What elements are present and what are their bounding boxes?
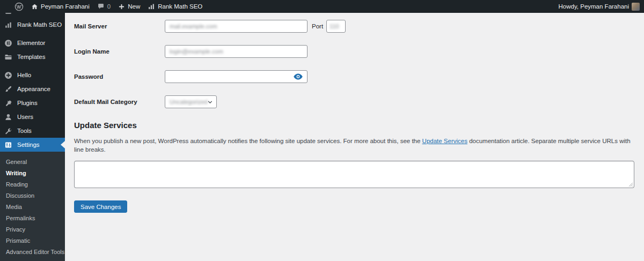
port-label: Port [312,23,323,29]
user-icon [4,113,12,121]
avatar [632,3,640,11]
submenu-item-permalinks[interactable]: Permalinks [0,212,65,223]
home-icon [31,3,38,10]
submenu-item-discussion[interactable]: Discussion [0,190,65,201]
default-mail-category-value-redacted: Uncategorized [170,99,207,105]
admin-sidebar: Tutorials Rank Math SEO Elementor Templa… [0,0,65,261]
submenu-item-media[interactable]: Media [0,201,65,212]
sidebar-item-elementor[interactable]: Elementor [0,36,65,50]
submenu-item-prismatic[interactable]: Prismatic [0,235,65,246]
update-services-heading: Update Services [74,121,634,130]
default-mail-category-select[interactable]: Uncategorized [165,95,217,108]
submenu-item-general[interactable]: General [0,156,65,167]
port-input[interactable]: 110 [326,20,346,33]
submenu-item-privacy[interactable]: Privacy [0,223,65,235]
login-name-row: Login Name login@example.com [74,45,634,58]
sidebar-item-rank-math[interactable]: Rank Math SEO [0,18,65,32]
mail-server-input[interactable]: mail.example.com [165,20,308,33]
new-label: New [128,3,140,10]
default-mail-category-label: Default Mail Category [74,99,165,105]
chart-icon [4,21,12,29]
sidebar-item-appearance[interactable]: Appearance [0,82,65,96]
wordpress-logo-icon [14,2,24,11]
settings-icon [4,141,12,149]
submenu-item-writing[interactable]: Writing [0,167,65,178]
sidebar-item-label: Appearance [17,86,50,92]
sidebar-item-settings[interactable]: Settings [0,138,65,152]
sidebar-item-label: Elementor [17,40,45,46]
site-name: Peyman Farahani [41,3,90,10]
sidebar-item-label: Rank Math SEO [17,21,62,28]
wrench-icon [4,127,12,135]
sidebar-item-label: Templates [17,54,45,60]
sidebar-item-label: Plugins [17,100,38,106]
login-name-label: Login Name [74,48,165,55]
mail-server-row: Mail Server mail.example.com Port 110 [74,20,634,33]
sidebar-item-hello[interactable]: Hello [0,68,65,82]
howdy-label: Howdy, Peyman Farahani [559,3,629,10]
sidebar-item-templates[interactable]: Templates [0,50,65,64]
password-row: Password [74,70,634,83]
sidebar-item-label: Users [17,114,33,120]
sidebar-item-users[interactable]: Users [0,110,65,124]
howdy-account-menu[interactable]: Howdy, Peyman Farahani [555,0,644,13]
login-name-input[interactable]: login@example.com [165,45,308,58]
update-services-link[interactable]: Update Services [422,138,467,144]
chart-icon [148,3,155,10]
comments-menu[interactable]: 0 [93,0,114,13]
wordpress-logo-menu[interactable] [11,0,27,13]
password-label: Password [74,73,165,80]
rank-math-label: Rank Math SEO [158,3,202,10]
save-changes-button[interactable]: Save Changes [74,200,127,213]
rank-math-menu[interactable]: Rank Math SEO [144,0,206,13]
login-name-value-redacted: login@example.com [170,48,223,55]
menu-separator [0,64,65,68]
update-services-description: When you publish a new post, WordPress a… [74,137,634,154]
show-password-button[interactable] [294,73,303,80]
sidebar-item-label: Tools [17,128,32,134]
update-services-textarea-wrap [74,161,634,188]
menu-separator [0,32,65,36]
comments-count: 0 [107,3,111,10]
plus-icon [118,3,125,10]
site-menu[interactable]: Peyman Farahani [27,0,93,13]
description-text-before: When you publish a new post, WordPress a… [74,138,422,144]
submenu-item-advanced-editor-tools[interactable]: Advanced Editor Tools [0,246,65,257]
settings-writing-page: Mail Server mail.example.com Port 110 Lo… [65,13,644,261]
comment-bubble-icon [97,3,105,10]
plug-icon [4,99,12,107]
plus-circle-icon [4,71,12,79]
brush-icon [4,85,12,93]
elementor-icon [4,39,12,47]
submenu-item-reading[interactable]: Reading [0,178,65,190]
mail-server-value-redacted: mail.example.com [170,23,217,29]
mail-server-label: Mail Server [74,23,165,29]
sidebar-item-label: Settings [17,141,40,148]
resize-grip[interactable] [628,182,633,187]
admin-bar: Peyman Farahani 0 New Rank Math SEO Howd… [0,0,644,13]
sidebar-item-tools[interactable]: Tools [0,124,65,138]
update-services-textarea[interactable] [74,161,634,188]
password-input[interactable] [165,70,308,83]
settings-submenu: General Writing Reading Discussion Media… [0,152,65,261]
sidebar-item-label: Hello [17,72,31,78]
chevron-down-icon [207,99,213,105]
sidebar-item-plugins[interactable]: Plugins [0,96,65,110]
default-mail-category-row: Default Mail Category Uncategorized [74,95,634,108]
port-value-redacted: 110 [330,23,339,29]
eye-icon [294,73,303,80]
folder-icon [4,53,12,61]
new-content-menu[interactable]: New [114,0,144,13]
